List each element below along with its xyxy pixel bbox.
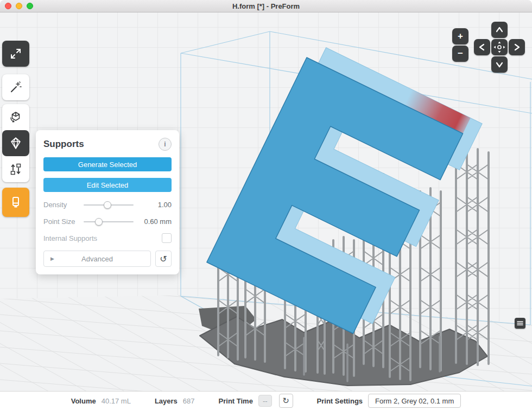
print-time-stat: Print Time -- ↻	[219, 394, 293, 408]
rotate-view-left-button[interactable]	[474, 39, 490, 55]
list-icon	[516, 319, 524, 327]
close-window-button[interactable]	[5, 3, 11, 9]
chevron-left-icon	[474, 39, 490, 55]
layout-arrows-icon	[9, 163, 22, 176]
tool-group	[2, 104, 29, 182]
layers-label: Layers	[155, 397, 178, 405]
zoom-in-icon: +	[458, 31, 463, 42]
print-time-value: --	[258, 395, 272, 407]
volume-label: Volume	[71, 397, 96, 405]
cartridge-icon	[9, 196, 22, 209]
layers-value: 687	[183, 397, 195, 405]
volume-stat: Volume 40.17 mL	[71, 397, 131, 405]
reset-view-button[interactable]	[491, 39, 508, 55]
chevron-down-icon	[491, 56, 508, 73]
rotate-view-up-button[interactable]	[491, 22, 508, 38]
status-bar: Volume 40.17 mL Layers 687 Print Time --…	[0, 391, 532, 410]
magic-wand-icon	[9, 81, 22, 94]
point-size-slider[interactable]	[84, 218, 134, 226]
reset-view-icon	[491, 39, 508, 55]
info-icon[interactable]: i	[159, 138, 172, 151]
edit-selected-button[interactable]: Edit Selected	[43, 178, 172, 192]
minimize-window-button[interactable]	[16, 3, 22, 9]
zoom-out-icon: −	[458, 48, 463, 59]
zoom-in-button[interactable]: +	[452, 28, 468, 44]
print-settings-stat: Print Settings Form 2, Grey 02, 0.1 mm	[317, 394, 461, 408]
point-size-slider-handle[interactable]	[95, 218, 103, 226]
zoom-window-button[interactable]	[27, 3, 33, 9]
scale-icon	[9, 47, 22, 60]
rotate-view-right-button[interactable]	[509, 39, 525, 55]
point-size-slider-track[interactable]	[84, 221, 134, 222]
supports-panel-title: Supports	[43, 139, 84, 150]
print-settings-label: Print Settings	[317, 397, 363, 405]
chevron-right-icon	[509, 39, 525, 55]
density-label: Density	[43, 201, 84, 209]
print-time-label: Print Time	[219, 397, 253, 405]
supports-lattice-icon	[9, 137, 22, 150]
preform-window: H.form [*] - PreForm	[0, 0, 532, 410]
supports-panel: Supports i Generate Selected Edit Select…	[36, 130, 179, 274]
rotate-cube-icon	[9, 111, 22, 124]
layout-tool-button[interactable]	[2, 156, 29, 182]
model-list-toggle-button[interactable]	[515, 318, 525, 329]
density-value: 1.00	[134, 201, 172, 209]
orient-tool-button[interactable]	[2, 74, 29, 100]
rotate-tool-button[interactable]	[2, 104, 29, 130]
viewport-3d[interactable]: Supports i Generate Selected Edit Select…	[0, 12, 532, 392]
refresh-icon: ↻	[282, 396, 289, 406]
rotate-view-down-button[interactable]	[491, 56, 508, 73]
reset-icon: ↺	[160, 254, 167, 264]
generate-selected-button[interactable]: Generate Selected	[43, 157, 172, 171]
layers-stat: Layers 687	[155, 397, 195, 405]
point-size-value: 0.60 mm	[134, 217, 172, 226]
print-settings-button[interactable]: Form 2, Grey 02, 0.1 mm	[368, 394, 461, 408]
advanced-label: Advanced	[81, 255, 113, 263]
print-button[interactable]	[2, 188, 29, 217]
zoom-out-button[interactable]: −	[452, 46, 468, 62]
window-title: H.form [*] - PreForm	[232, 2, 300, 10]
reset-supports-button[interactable]: ↺	[155, 251, 172, 267]
density-slider-handle[interactable]	[104, 201, 111, 209]
internal-supports-label: Internal Supports	[43, 234, 97, 242]
traffic-lights	[5, 3, 33, 9]
scale-tool-button[interactable]	[2, 41, 29, 67]
title-bar: H.form [*] - PreForm	[0, 0, 532, 12]
point-size-label: Point Size	[43, 217, 84, 226]
density-slider[interactable]	[84, 201, 134, 209]
chevron-up-icon	[491, 22, 508, 38]
view-dpad	[474, 22, 525, 73]
advanced-button[interactable]: ▶ Advanced	[43, 251, 151, 267]
volume-value: 40.17 mL	[102, 397, 131, 405]
internal-supports-checkbox[interactable]	[162, 233, 172, 243]
expand-icon: ▶	[50, 256, 54, 261]
refresh-print-time-button[interactable]: ↻	[279, 394, 293, 408]
zoom-controls: + −	[452, 28, 468, 62]
supports-tool-button[interactable]	[2, 130, 29, 156]
